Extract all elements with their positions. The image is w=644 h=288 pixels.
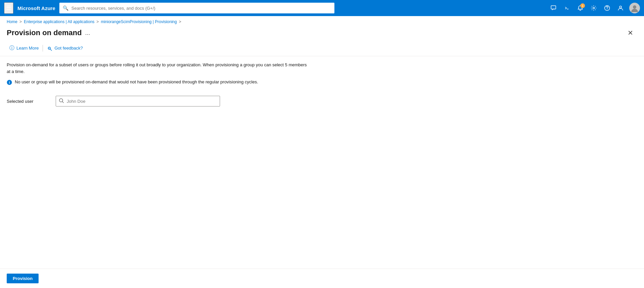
svg-text:i: i bbox=[9, 80, 10, 84]
cloud-shell-button[interactable] bbox=[561, 2, 573, 14]
close-button[interactable]: ✕ bbox=[626, 27, 635, 38]
learn-more-label: Learn More bbox=[16, 46, 39, 51]
got-feedback-link[interactable]: Got feedback? bbox=[44, 44, 86, 52]
selected-user-label: Selected user bbox=[7, 99, 50, 104]
global-search-input[interactable] bbox=[59, 3, 334, 13]
svg-line-16 bbox=[62, 102, 64, 103]
topbar-right-actions: 1 bbox=[547, 2, 640, 14]
feedback-icon bbox=[47, 45, 52, 51]
avatar[interactable] bbox=[629, 3, 640, 13]
breadcrumb-sep-1: > bbox=[19, 19, 22, 24]
topbar: ☰ Microsoft Azure 🔍 1 bbox=[0, 0, 644, 16]
notifications-button[interactable]: 1 bbox=[574, 2, 586, 14]
page-header: Provision on demand ... ✕ bbox=[0, 26, 644, 38]
description-area: Provision on-demand for a subset of user… bbox=[0, 56, 644, 90]
page-footer: Provision bbox=[0, 269, 644, 288]
svg-point-4 bbox=[607, 9, 607, 10]
directory-button[interactable] bbox=[614, 2, 627, 14]
info-message: No user or group will be provisioned on-… bbox=[15, 79, 258, 84]
breadcrumb-sep-2: > bbox=[97, 19, 99, 24]
notification-count: 1 bbox=[580, 3, 585, 8]
svg-point-2 bbox=[593, 7, 595, 9]
search-icon: 🔍 bbox=[63, 5, 68, 11]
user-search-wrapper bbox=[56, 96, 220, 106]
settings-button[interactable] bbox=[588, 2, 600, 14]
svg-point-7 bbox=[633, 5, 636, 9]
toolbar: ⓘ Learn More Got feedback? bbox=[0, 40, 644, 56]
svg-point-11 bbox=[49, 48, 50, 49]
breadcrumb-enterprise-apps[interactable]: Enterprise applications | All applicatio… bbox=[24, 19, 95, 24]
help-button[interactable] bbox=[601, 2, 613, 14]
hamburger-menu-button[interactable]: ☰ bbox=[4, 2, 13, 14]
info-icon: i bbox=[7, 80, 12, 86]
svg-point-5 bbox=[620, 6, 622, 8]
azure-logo: Microsoft Azure bbox=[17, 5, 55, 11]
toolbar-divider bbox=[43, 45, 43, 52]
breadcrumb: Home > Enterprise applications | All app… bbox=[0, 16, 644, 26]
user-search-icon bbox=[59, 98, 64, 104]
breadcrumb-home[interactable]: Home bbox=[7, 19, 17, 24]
svg-line-9 bbox=[50, 49, 52, 51]
feedback-button[interactable] bbox=[547, 2, 559, 14]
info-circle-icon: ⓘ bbox=[9, 45, 14, 51]
selected-user-row: Selected user bbox=[7, 96, 637, 106]
breadcrumb-provisioning[interactable]: miniorangeScimProvisioning | Provisionin… bbox=[101, 19, 177, 24]
info-box: i No user or group will be provisioned o… bbox=[7, 79, 637, 86]
page-title: Provision on demand bbox=[7, 28, 82, 37]
form-area: Selected user bbox=[0, 90, 644, 112]
main-content: Home > Enterprise applications | All app… bbox=[0, 16, 644, 288]
svg-point-12 bbox=[50, 48, 51, 49]
page-title-more[interactable]: ... bbox=[85, 29, 90, 37]
learn-more-link[interactable]: ⓘ Learn More bbox=[7, 44, 41, 53]
provision-button[interactable]: Provision bbox=[7, 274, 39, 283]
got-feedback-label: Got feedback? bbox=[54, 46, 83, 51]
global-search: 🔍 bbox=[59, 3, 334, 13]
svg-rect-0 bbox=[551, 6, 556, 9]
breadcrumb-sep-3: > bbox=[179, 19, 181, 24]
selected-user-input[interactable] bbox=[56, 96, 220, 106]
svg-point-15 bbox=[59, 99, 63, 102]
svg-point-10 bbox=[49, 48, 49, 49]
description-text: Provision on-demand for a subset of user… bbox=[7, 62, 309, 75]
